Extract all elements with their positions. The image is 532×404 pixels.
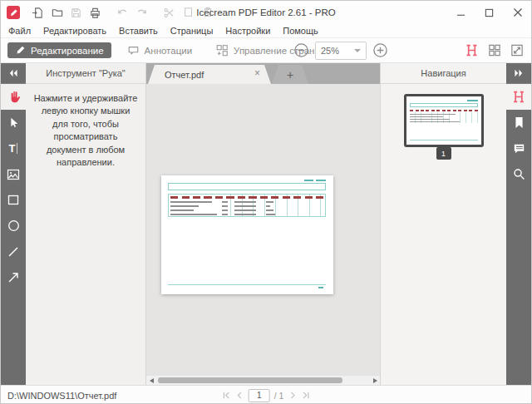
pages-grid-icon [215,44,229,57]
document-page[interactable] [161,175,333,294]
paste-page-button[interactable] [200,6,214,20]
undo-button[interactable] [116,6,130,20]
menu-insert[interactable]: Вставить [119,26,158,36]
last-page-icon[interactable] [301,391,310,400]
fit-width-icon [464,43,480,57]
maximize-button[interactable] [484,7,495,18]
hand-tool-button[interactable] [1,84,26,110]
main-toolbar: Редактирование Аннотации Управление стра… [1,38,531,63]
table-row [170,209,273,211]
line-icon [7,246,19,258]
search-button[interactable] [506,161,531,187]
image-icon [7,169,20,180]
new-file-button[interactable] [31,6,45,20]
copy-page-button[interactable] [181,6,195,20]
menu-help[interactable]: Помощь [283,26,318,36]
cursor-icon [7,116,19,129]
table-row [170,205,270,207]
text-tool-icon: T [9,143,18,154]
scrollbar-thumb[interactable] [158,377,342,383]
zoom-out-button[interactable] [293,42,309,58]
edit-mode-button[interactable]: Редактирование [7,42,111,58]
fullscreen-button[interactable] [510,43,525,57]
page-title-box [168,183,326,190]
status-bar: D:\WINDOWS11\Отчет.pdf / 1 [1,385,531,404]
select-tool-button[interactable] [1,110,26,135]
navigation-panel-title: Навигация [381,63,506,84]
right-tool-column [506,63,531,385]
fit-width-button[interactable] [464,43,480,57]
menu-bar: Файл Редактировать Вставить Страницы Нас… [1,24,531,38]
menu-settings[interactable]: Настройки [225,26,270,36]
page-thumbnail[interactable] [404,94,484,147]
zoom-level-select[interactable]: 25% [315,42,367,60]
bookmarks-button[interactable] [506,110,531,135]
menu-file[interactable]: Файл [8,26,31,36]
document-canvas[interactable] [146,84,380,375]
page-table [168,194,326,217]
triangle-right-icon [373,378,377,383]
hand-icon [7,90,21,104]
zoom-in-button[interactable] [372,42,388,58]
comments-button[interactable] [506,135,531,161]
previous-page-icon[interactable] [235,391,244,400]
page-header-text [304,180,326,181]
plus-icon: + [287,68,293,81]
tile-view-button[interactable] [487,43,502,57]
collapse-left-panel-button[interactable] [1,63,26,84]
arrow-tool-button[interactable] [1,264,26,290]
pencil-icon [15,45,26,56]
page-footer-line [168,284,326,285]
double-chevron-right-icon [514,69,524,77]
close-button[interactable] [512,7,523,18]
grid-icon [487,43,502,57]
menu-pages[interactable]: Страницы [170,26,214,36]
text-tool-button[interactable]: T [1,135,26,161]
expand-icon [510,43,525,57]
title-bar: Icecream PDF Editor 2.61 - PRO [1,1,531,24]
tool-panel-title: Инструмент "Рука" [26,63,145,84]
first-page-icon[interactable] [222,391,231,400]
circle-icon [7,219,20,232]
bookmark-icon [514,116,525,129]
triangle-left-icon [150,378,154,383]
image-tool-button[interactable] [1,161,26,187]
file-path: D:\WINDOWS11\Отчет.pdf [7,391,116,401]
thumbnail-page-number: 1 [436,147,451,160]
navigation-view-button[interactable] [506,84,531,110]
tool-panel-description: Нажмите и удерживайте левую кнопку мышки… [26,84,145,177]
table-header-row [170,196,323,199]
open-file-button[interactable] [50,6,64,20]
document-tab-label: Отчет.pdf [165,70,204,80]
rectangle-tool-button[interactable] [1,187,26,213]
navigation-panel: Навигация 1 [380,63,506,385]
new-tab-button[interactable]: + [272,65,308,84]
rectangle-icon [7,195,19,205]
menu-edit[interactable]: Редактировать [43,26,106,36]
print-button[interactable] [88,6,102,20]
horizontal-scrollbar[interactable] [146,375,380,385]
tab-strip: Отчет.pdf × + [146,63,380,84]
collapse-right-panel-button[interactable] [506,63,531,84]
ellipse-tool-button[interactable] [1,213,26,239]
arrow-icon [7,272,19,283]
minimize-button[interactable] [456,7,466,18]
next-page-icon[interactable] [288,391,297,400]
comment-icon [513,143,525,155]
cut-button[interactable] [162,6,176,20]
tab-close-icon[interactable]: × [254,68,260,78]
chevron-down-icon [354,49,361,52]
table-row [170,214,275,215]
app-logo-icon [7,6,20,19]
redo-button[interactable] [135,6,149,20]
scroll-right-button[interactable] [370,376,380,385]
save-button[interactable] [69,6,83,20]
page-total-label: / 1 [274,391,284,401]
line-tool-button[interactable] [1,239,26,264]
document-tab[interactable]: Отчет.pdf × [148,65,271,84]
table-row [170,201,273,203]
scroll-left-button[interactable] [146,376,156,385]
document-area: Отчет.pdf × + [146,63,380,385]
page-number-input[interactable] [249,389,270,402]
annotate-mode-button[interactable]: Аннотации [120,42,200,59]
